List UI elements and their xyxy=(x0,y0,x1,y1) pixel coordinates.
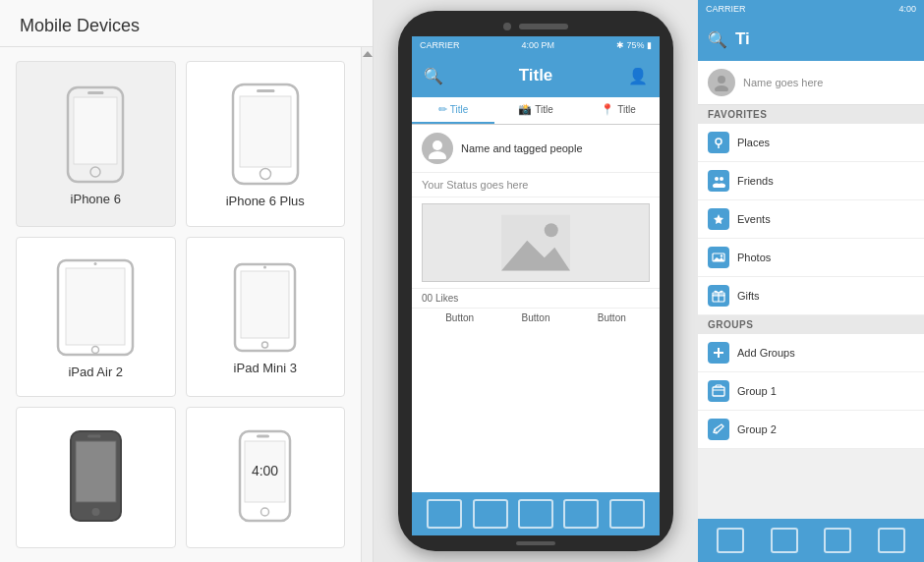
svg-point-17 xyxy=(263,265,266,268)
right-phone-screen: CARRIER 4:00 🔍 Ti Name goes here FAVORIT… xyxy=(698,0,924,562)
svg-point-34 xyxy=(715,85,728,91)
bottom-tab-2[interactable] xyxy=(518,499,553,529)
device-5[interactable] xyxy=(16,407,176,548)
right-carrier: CARRIER xyxy=(706,4,746,14)
svg-point-35 xyxy=(716,139,722,144)
avatar xyxy=(422,133,453,164)
gifts-label: Gifts xyxy=(737,290,760,302)
bottom-tab-1[interactable] xyxy=(473,499,508,529)
list-item-add-groups[interactable]: Add Groups xyxy=(698,334,924,372)
phone-screen: CARRIER 4:00 PM ✱ 75% ▮ 🔍 Title 👤 ✏ Titl… xyxy=(412,36,660,535)
bottom-tab-bar xyxy=(412,492,660,535)
svg-point-7 xyxy=(260,169,270,180)
post-buttons: Button Button Button xyxy=(412,309,660,327)
post-status: Your Status goes here xyxy=(412,173,660,197)
photos-icon xyxy=(708,247,729,268)
add-groups-label: Add Groups xyxy=(737,347,795,359)
svg-point-26 xyxy=(261,508,269,516)
phone-speaker xyxy=(519,24,568,29)
tab-1[interactable]: 📸 Title xyxy=(494,97,577,124)
battery-icon: ▮ xyxy=(647,40,652,50)
svg-point-20 xyxy=(91,508,99,516)
nav-title: Title xyxy=(519,66,553,85)
svg-rect-15 xyxy=(241,271,289,338)
list-item-friends[interactable]: Friends xyxy=(698,162,924,200)
list-item-group2[interactable]: Group 2 xyxy=(698,411,924,449)
post-header: Name and tagged people xyxy=(412,125,660,173)
device-ipadair2[interactable]: iPad Air 2 xyxy=(16,237,176,398)
center-panel: CARRIER 4:00 PM ✱ 75% ▮ 🔍 Title 👤 ✏ Titl… xyxy=(374,0,698,562)
iphone6plus-icon xyxy=(231,83,300,186)
status-bar: CARRIER 4:00 PM ✱ 75% ▮ xyxy=(412,36,660,54)
phone-mockup-center: CARRIER 4:00 PM ✱ 75% ▮ 🔍 Title 👤 ✏ Titl… xyxy=(398,11,673,551)
group2-label: Group 2 xyxy=(737,423,777,435)
right-bottom-tab-3[interactable] xyxy=(878,528,905,553)
events-icon xyxy=(708,208,729,230)
svg-point-16 xyxy=(262,342,268,348)
svg-rect-8 xyxy=(257,89,274,92)
device6-icon: 4:00 xyxy=(238,429,292,523)
post-likes: 00 Likes xyxy=(412,288,660,309)
ipadair2-label: iPad Air 2 xyxy=(68,365,123,379)
right-bottom-tab-1[interactable] xyxy=(771,528,798,553)
right-bottom-tab-0[interactable] xyxy=(717,528,744,553)
svg-point-38 xyxy=(720,177,723,181)
device5-icon xyxy=(69,429,123,523)
tab-2[interactable]: 📍 Title xyxy=(577,97,660,124)
svg-point-33 xyxy=(718,76,725,84)
svg-point-2 xyxy=(90,167,100,177)
ipadair2-icon xyxy=(56,258,135,357)
device-6[interactable]: 4:00 xyxy=(186,407,346,548)
svg-point-43 xyxy=(721,254,722,256)
friends-icon xyxy=(708,170,729,192)
list-item-places[interactable]: Places xyxy=(698,124,924,162)
right-nav-bar: 🔍 Ti xyxy=(698,18,924,61)
scroll-up-arrow[interactable] xyxy=(363,51,373,57)
svg-point-12 xyxy=(92,346,99,353)
tab-0[interactable]: ✏ Title xyxy=(412,97,494,124)
svg-point-9 xyxy=(271,89,274,92)
panel-title: Mobile Devices xyxy=(0,0,373,47)
svg-point-4 xyxy=(101,91,104,94)
list-item-group1[interactable]: Group 1 xyxy=(698,372,924,411)
group2-icon xyxy=(708,419,729,440)
bottom-tab-4[interactable] xyxy=(609,499,645,529)
device-iphone6[interactable]: iPhone 6 xyxy=(16,61,176,227)
list-item-gifts[interactable]: Gifts xyxy=(698,277,924,315)
phone-camera xyxy=(503,23,511,30)
battery-text: ✱ 75% ▮ xyxy=(616,40,652,50)
contacts-icon[interactable]: 👤 xyxy=(628,67,648,85)
right-content: FAVORITES Places Friends Events xyxy=(698,105,924,519)
list-item-events[interactable]: Events xyxy=(698,200,924,239)
phone-top-bar xyxy=(398,11,673,36)
bottom-tab-0[interactable] xyxy=(427,499,462,529)
gifts-icon xyxy=(708,285,729,307)
friends-label: Friends xyxy=(737,175,774,187)
device-ipadmini3[interactable]: iPad Mini 3 xyxy=(186,237,346,398)
right-panel: CARRIER 4:00 🔍 Ti Name goes here FAVORIT… xyxy=(698,0,924,562)
post-button-0[interactable]: Button xyxy=(445,312,474,323)
left-panel: Mobile Devices iPhone 6 xyxy=(0,0,374,562)
tab2-icon: 📍 xyxy=(601,103,614,116)
profile-avatar xyxy=(708,69,735,96)
device-iphone6plus[interactable]: iPhone 6 Plus xyxy=(186,61,346,227)
svg-rect-27 xyxy=(257,434,269,437)
list-item-photos[interactable]: Photos xyxy=(698,239,924,277)
places-label: Places xyxy=(737,137,770,148)
phone-content: Name and tagged people Your Status goes … xyxy=(412,125,660,492)
search-icon[interactable]: 🔍 xyxy=(424,67,443,85)
home-bar xyxy=(516,541,555,545)
right-bottom-tab-2[interactable] xyxy=(824,528,851,553)
post-image xyxy=(422,203,650,282)
add-groups-icon xyxy=(708,342,729,364)
post-button-1[interactable]: Button xyxy=(522,312,550,323)
right-search-icon[interactable]: 🔍 xyxy=(708,30,727,49)
bottom-tab-3[interactable] xyxy=(563,499,599,529)
svg-point-29 xyxy=(429,151,446,159)
scrollbar[interactable] xyxy=(361,47,373,562)
svg-marker-41 xyxy=(714,214,723,224)
post-button-2[interactable]: Button xyxy=(598,312,626,323)
profile-name: Name goes here xyxy=(743,77,823,88)
ipadmini3-label: iPad Mini 3 xyxy=(234,361,297,375)
svg-rect-50 xyxy=(713,387,724,396)
